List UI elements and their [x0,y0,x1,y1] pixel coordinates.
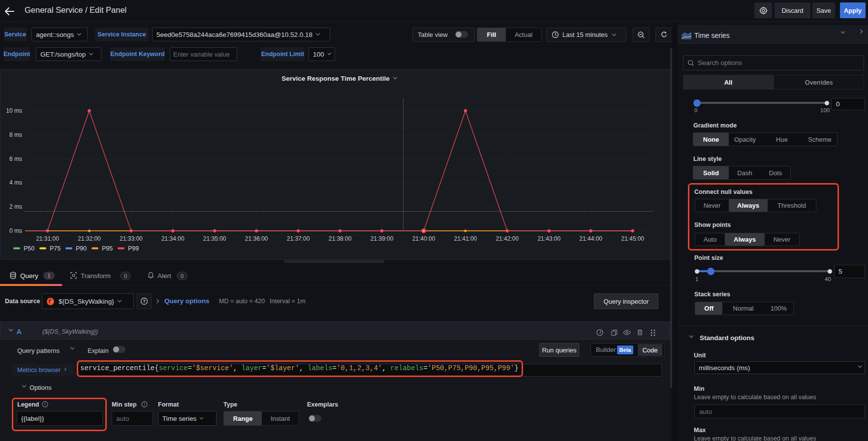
svg-text:8 ms: 8 ms [9,131,22,138]
svg-text:21:35:00: 21:35:00 [203,235,226,242]
svg-text:21:36:00: 21:36:00 [245,235,268,242]
svg-text:21:33:00: 21:33:00 [120,235,143,242]
svg-text:21:32:00: 21:32:00 [78,235,101,242]
svg-text:P99: P99 [128,245,139,252]
svg-text:P75: P75 [50,245,61,252]
svg-text:4 ms: 4 ms [9,179,22,186]
svg-text:P95: P95 [102,245,113,252]
svg-text:21:42:00: 21:42:00 [496,235,519,242]
svg-text:21:37:00: 21:37:00 [287,235,310,242]
svg-text:21:31:00: 21:31:00 [36,235,59,242]
svg-text:?: ? [143,299,146,304]
svg-text:21:34:00: 21:34:00 [161,235,185,242]
svg-text:10 ms: 10 ms [6,107,22,114]
svg-text:P90: P90 [76,245,87,252]
svg-text:0 ms: 0 ms [9,227,22,234]
svg-text:21:39:00: 21:39:00 [371,235,394,242]
svg-text:21:43:00: 21:43:00 [537,235,560,242]
svg-text:21:41:00: 21:41:00 [454,235,477,242]
svg-text:21:38:00: 21:38:00 [329,235,352,242]
svg-text:21:40:00: 21:40:00 [412,235,435,242]
svg-text:21:45:00: 21:45:00 [621,235,644,242]
svg-text:2 ms: 2 ms [9,203,22,210]
svg-text:i: i [144,402,145,407]
svg-text:21:44:00: 21:44:00 [579,235,602,242]
svg-text:6 ms: 6 ms [9,156,22,162]
svg-text:P50: P50 [24,245,34,252]
